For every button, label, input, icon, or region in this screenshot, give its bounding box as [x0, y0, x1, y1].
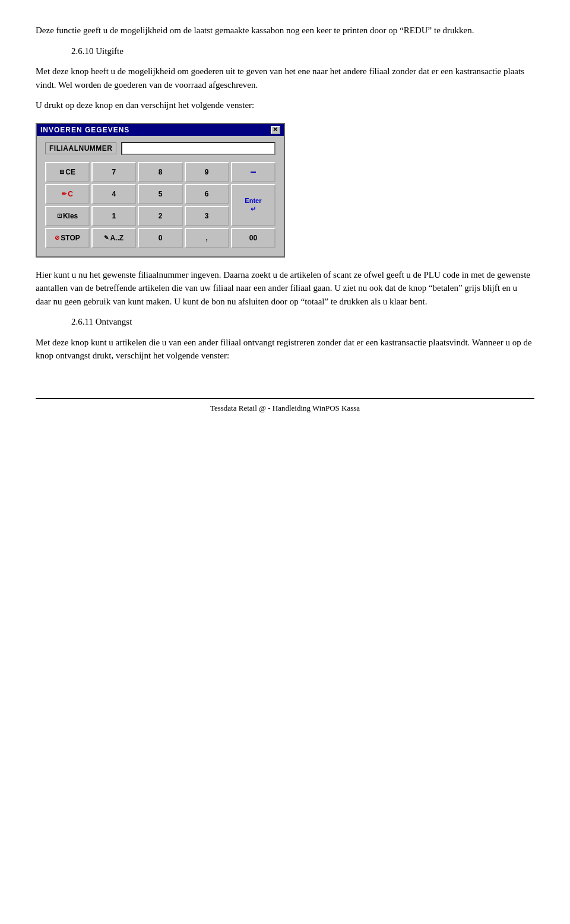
filiaalnummer-label: FILIAALNUMMER — [45, 142, 116, 154]
section-ontvangst-heading: 2.6.11 Ontvangst — [71, 315, 534, 329]
key-4[interactable]: 4 — [91, 184, 136, 204]
dialog-body: FILIAALNUMMER ⊞CE 7 8 9 – ✏ — [37, 136, 284, 256]
filiaalnummer-row: FILIAALNUMMER — [45, 142, 276, 155]
intro-paragraph: Deze functie geeft u de mogelijkheid om … — [36, 24, 534, 37]
key-az[interactable]: ✎A..Z — [91, 228, 136, 248]
footer: Tessdata Retail @ - Handleiding WinPOS K… — [36, 398, 534, 413]
stop-icon: ⊘ — [55, 234, 59, 241]
key-1[interactable]: 1 — [91, 206, 136, 226]
key-6[interactable]: 6 — [185, 184, 229, 204]
key-kies[interactable]: ⊡Kies — [45, 206, 90, 226]
page-content: Deze functie geeft u de mogelijkheid om … — [36, 24, 534, 413]
dialog-title: INVOEREN GEGEVENS — [40, 126, 129, 134]
key-7[interactable]: 7 — [91, 162, 136, 182]
key-00[interactable]: 00 — [231, 228, 276, 248]
az-icon: ✎ — [104, 234, 109, 241]
key-enter[interactable]: Enter↵ — [231, 184, 276, 226]
section-uitgifte-text: Met deze knop heeft u de mogelijkheid om… — [36, 65, 534, 91]
key-stop[interactable]: ⊘ STOP — [45, 228, 90, 248]
ce-icon: ⊞ — [59, 169, 64, 175]
key-3[interactable]: 3 — [185, 206, 229, 226]
section-ontvangst-text: Met deze knop kunt u artikelen die u van… — [36, 336, 534, 363]
key-9[interactable]: 9 — [185, 162, 229, 182]
key-8[interactable]: 8 — [138, 162, 182, 182]
c-icon: ✏ — [62, 190, 66, 197]
key-c[interactable]: ✏ C — [45, 184, 90, 204]
section-uitgifte-sub: U drukt op deze knop en dan verschijnt h… — [36, 99, 534, 112]
dialog-window: INVOEREN GEGEVENS ✕ FILIAALNUMMER ⊞CE 7 — [36, 123, 285, 258]
key-2[interactable]: 2 — [138, 206, 182, 226]
key-ce[interactable]: ⊞CE — [45, 162, 90, 182]
dialog-container: INVOEREN GEGEVENS ✕ FILIAALNUMMER ⊞CE 7 — [36, 123, 534, 258]
keypad: ⊞CE 7 8 9 – ✏ C 4 5 6 Enter↵ — [45, 162, 276, 248]
kies-icon: ⊡ — [57, 212, 62, 219]
key-dash[interactable]: – — [231, 162, 276, 182]
section-uitgifte-heading: 2.6.10 Uitgifte — [71, 45, 534, 58]
dialog-close-button[interactable]: ✕ — [271, 126, 280, 134]
dialog-titlebar: INVOEREN GEGEVENS ✕ — [37, 124, 284, 136]
key-0[interactable]: 0 — [138, 228, 182, 248]
key-5[interactable]: 5 — [138, 184, 182, 204]
after-dialog-text: Hier kunt u nu het gewenste filiaalnumme… — [36, 268, 534, 309]
key-comma[interactable]: , — [185, 228, 229, 248]
filiaalnummer-input[interactable] — [121, 142, 276, 155]
